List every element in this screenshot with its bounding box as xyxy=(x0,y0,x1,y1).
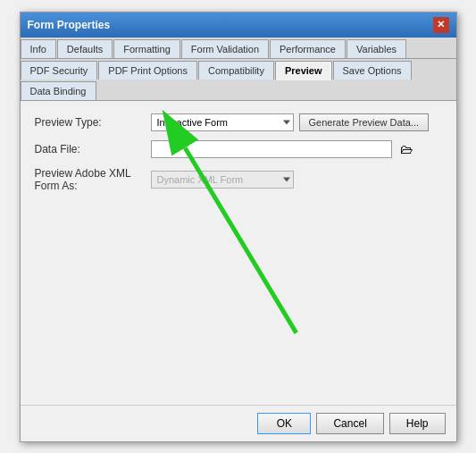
data-file-input[interactable] xyxy=(151,140,392,158)
cancel-button[interactable]: Cancel xyxy=(316,413,383,434)
form-properties-dialog: Form Properties ✕ Info Defaults Formatti… xyxy=(20,12,457,442)
tab-form-validation[interactable]: Form Validation xyxy=(181,39,269,58)
tabs-row-2: PDF Security PDF Print Options Compatibi… xyxy=(21,59,456,101)
title-bar: Form Properties ✕ xyxy=(21,13,456,38)
tab-formatting[interactable]: Formatting xyxy=(113,39,180,58)
tab-pdf-security[interactable]: PDF Security xyxy=(21,61,98,80)
tabs-container: Info Defaults Formatting Form Validation… xyxy=(21,38,456,59)
tab-info[interactable]: Info xyxy=(21,39,56,58)
generate-preview-button[interactable]: Generate Preview Data... xyxy=(299,113,430,131)
preview-adobe-controls: Dynamic XML Form Static PDF Form xyxy=(151,171,442,189)
preview-type-dropdown-wrapper: Interactive Form Print Form PDF Form xyxy=(151,113,294,131)
tab-pdf-print-options[interactable]: PDF Print Options xyxy=(98,61,197,80)
preview-type-controls: Interactive Form Print Form PDF Form Gen… xyxy=(151,113,442,131)
preview-adobe-select[interactable]: Dynamic XML Form Static PDF Form xyxy=(151,171,294,189)
preview-adobe-row: Preview Adobe XML Form As: Dynamic XML F… xyxy=(35,167,442,192)
tab-preview[interactable]: Preview xyxy=(275,61,332,80)
folder-icon[interactable]: 🗁 xyxy=(397,142,415,156)
data-file-row: Data File: 🗁 xyxy=(35,140,442,158)
close-button[interactable]: ✕ xyxy=(433,17,449,33)
data-file-controls: 🗁 xyxy=(151,140,442,158)
content-area: Preview Type: Interactive Form Print For… xyxy=(21,101,456,405)
tab-defaults[interactable]: Defaults xyxy=(57,39,113,58)
data-file-label: Data File: xyxy=(35,143,151,155)
preview-adobe-dropdown-wrapper: Dynamic XML Form Static PDF Form xyxy=(151,171,294,189)
tab-save-options[interactable]: Save Options xyxy=(333,61,412,80)
dialog-title: Form Properties xyxy=(28,19,111,31)
preview-type-select[interactable]: Interactive Form Print Form PDF Form xyxy=(151,113,294,131)
tab-variables[interactable]: Variables xyxy=(347,39,406,58)
help-button[interactable]: Help xyxy=(389,413,446,434)
preview-type-label: Preview Type: xyxy=(35,116,151,129)
tab-data-binding[interactable]: Data Binding xyxy=(21,81,96,100)
ok-button[interactable]: OK xyxy=(257,413,311,434)
bottom-bar: OK Cancel Help xyxy=(21,405,456,441)
tab-compatibility[interactable]: Compatibility xyxy=(198,61,274,80)
tab-performance[interactable]: Performance xyxy=(270,39,346,58)
preview-type-row: Preview Type: Interactive Form Print For… xyxy=(35,113,442,131)
preview-adobe-label: Preview Adobe XML Form As: xyxy=(35,167,151,192)
